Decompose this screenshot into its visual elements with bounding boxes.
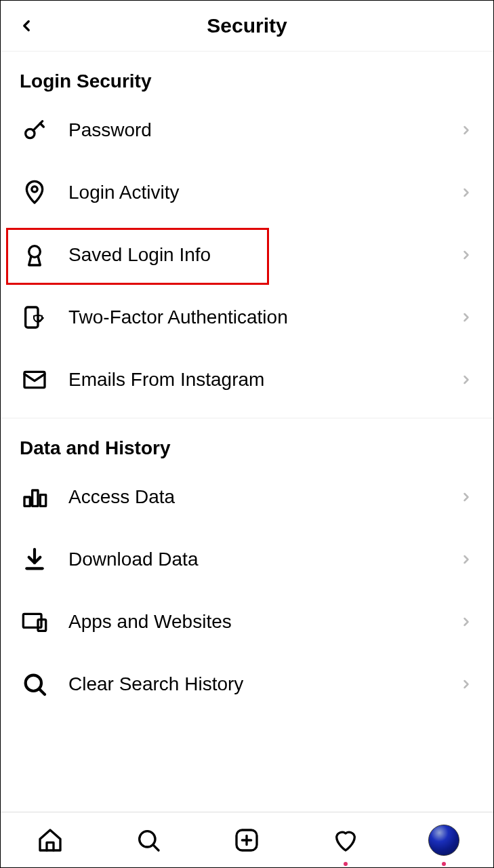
- bar-chart-icon: [20, 482, 49, 512]
- tab-activity[interactable]: [325, 820, 366, 861]
- heart-icon: [332, 827, 359, 854]
- svg-line-13: [39, 689, 45, 694]
- settings-content: Login Security Password Login Activity S…: [1, 52, 493, 812]
- location-pin-icon: [20, 178, 49, 208]
- svg-rect-5: [24, 497, 30, 506]
- chevron-right-icon: [458, 122, 474, 138]
- bottom-tabbar: [1, 812, 493, 867]
- plus-square-icon: [233, 827, 260, 854]
- row-password[interactable]: Password: [1, 99, 493, 161]
- row-label: Two-Factor Authentication: [68, 307, 439, 328]
- tab-profile[interactable]: [424, 820, 464, 861]
- section-title-login-security: Login Security: [1, 52, 493, 99]
- chevron-right-icon: [458, 247, 474, 263]
- tab-home[interactable]: [30, 820, 70, 861]
- svg-rect-6: [33, 490, 38, 506]
- notification-dot: [442, 862, 446, 866]
- search-icon: [135, 827, 162, 854]
- row-label: Login Activity: [68, 182, 439, 203]
- device-shield-icon: [20, 302, 49, 332]
- tab-search[interactable]: [128, 820, 169, 861]
- row-two-factor-auth[interactable]: Two-Factor Authentication: [1, 286, 493, 349]
- svg-point-1: [32, 186, 37, 192]
- chevron-right-icon: [458, 489, 474, 505]
- chevron-right-icon: [458, 676, 474, 692]
- chevron-left-icon: [18, 17, 35, 35]
- chevron-right-icon: [458, 372, 474, 388]
- section-title-data-history: Data and History: [1, 418, 493, 466]
- row-label: Clear Search History: [68, 673, 439, 695]
- chevron-right-icon: [458, 309, 474, 326]
- row-clear-search-history[interactable]: Clear Search History: [1, 653, 493, 715]
- tab-new-post[interactable]: [226, 820, 267, 861]
- back-button[interactable]: [13, 12, 40, 39]
- devices-icon: [20, 607, 49, 637]
- row-label: Download Data: [68, 549, 439, 570]
- chevron-right-icon: [458, 551, 474, 568]
- row-saved-login-info[interactable]: Saved Login Info: [1, 224, 493, 286]
- row-login-activity[interactable]: Login Activity: [1, 161, 493, 224]
- page-title: Security: [17, 14, 477, 37]
- svg-rect-3: [26, 307, 38, 328]
- chevron-right-icon: [458, 184, 474, 201]
- row-label: Saved Login Info: [68, 244, 439, 266]
- row-label: Apps and Websites: [68, 611, 439, 633]
- row-apps-websites[interactable]: Apps and Websites: [1, 591, 493, 653]
- row-label: Emails From Instagram: [68, 369, 439, 391]
- row-label: Access Data: [68, 486, 439, 508]
- svg-rect-7: [40, 495, 45, 507]
- home-icon: [37, 827, 64, 854]
- envelope-icon: [20, 365, 49, 395]
- keyhole-icon: [20, 240, 49, 270]
- header-bar: Security: [1, 1, 493, 52]
- chevron-right-icon: [458, 614, 474, 630]
- row-download-data[interactable]: Download Data: [1, 528, 493, 591]
- row-label: Password: [68, 119, 439, 141]
- row-emails-from-instagram[interactable]: Emails From Instagram: [1, 349, 493, 411]
- notification-dot: [344, 862, 348, 866]
- search-icon: [20, 669, 49, 699]
- svg-line-15: [153, 844, 159, 850]
- key-icon: [20, 115, 49, 145]
- avatar: [428, 825, 459, 856]
- download-icon: [20, 545, 49, 574]
- row-access-data[interactable]: Access Data: [1, 466, 493, 528]
